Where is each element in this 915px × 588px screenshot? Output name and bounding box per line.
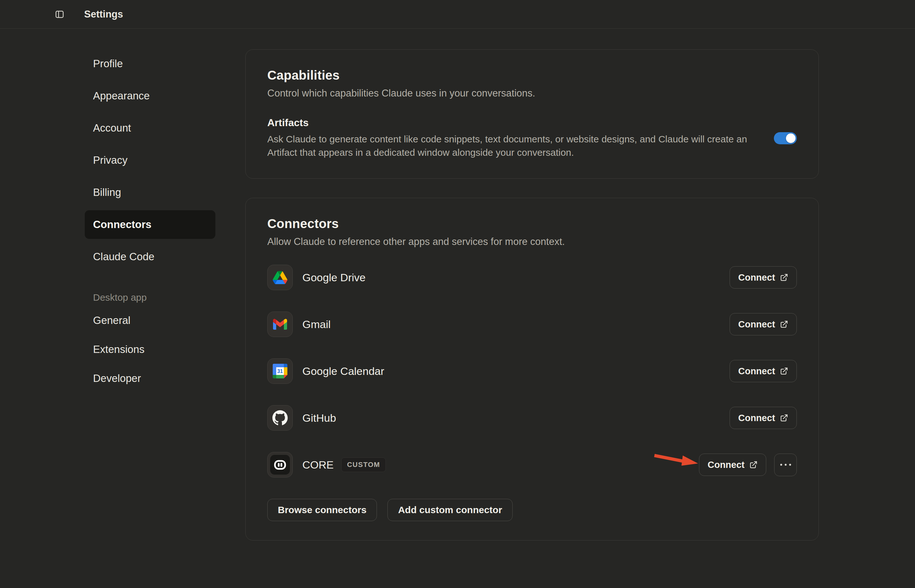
ellipsis-icon bbox=[780, 464, 782, 466]
connector-name: Google Calendar bbox=[302, 365, 384, 378]
sidebar-item-billing[interactable]: Billing bbox=[85, 178, 215, 207]
topbar: Settings bbox=[0, 0, 915, 29]
artifacts-setting-row: Artifacts Ask Claude to generate content… bbox=[267, 117, 797, 159]
external-link-icon bbox=[779, 273, 788, 282]
add-custom-connector-button[interactable]: Add custom connector bbox=[387, 499, 512, 521]
sidebar-item-profile[interactable]: Profile bbox=[85, 49, 215, 78]
connect-button-google-calendar[interactable]: Connect bbox=[729, 360, 797, 382]
connect-button-gmail[interactable]: Connect bbox=[729, 313, 797, 335]
connect-button-core[interactable]: Connect bbox=[699, 454, 766, 476]
sidebar-toggle-icon[interactable] bbox=[54, 10, 65, 19]
sidebar-item-claude-code[interactable]: Claude Code bbox=[85, 242, 215, 271]
capabilities-title: Capabilities bbox=[267, 68, 797, 82]
artifacts-text: Artifacts Ask Claude to generate content… bbox=[267, 117, 748, 159]
connect-label: Connect bbox=[738, 319, 775, 330]
svg-text:31: 31 bbox=[277, 368, 283, 374]
google-drive-icon bbox=[267, 265, 293, 290]
connectors-subtitle: Allow Claude to reference other apps and… bbox=[267, 236, 797, 247]
settings-sidebar: Profile Appearance Account Privacy Billi… bbox=[85, 29, 215, 395]
connectors-footer: Browse connectors Add custom connector bbox=[267, 499, 797, 521]
artifacts-description: Ask Claude to generate content like code… bbox=[267, 132, 748, 159]
artifacts-title: Artifacts bbox=[267, 117, 748, 129]
custom-badge: CUSTOM bbox=[341, 457, 386, 472]
google-calendar-icon: 31 bbox=[267, 359, 293, 384]
connect-button-google-drive[interactable]: Connect bbox=[729, 266, 797, 289]
connect-label: Connect bbox=[738, 272, 775, 283]
external-link-icon bbox=[779, 320, 788, 329]
connector-row-github: GitHub Connect bbox=[267, 405, 797, 431]
connector-row-google-drive: Google Drive Connect bbox=[267, 265, 797, 290]
sidebar-item-developer[interactable]: Developer bbox=[85, 366, 215, 391]
gmail-icon bbox=[267, 312, 293, 337]
page-title: Settings bbox=[84, 9, 123, 20]
sidebar-item-connectors[interactable]: Connectors bbox=[85, 210, 215, 239]
core-icon bbox=[267, 452, 293, 478]
connectors-card: Connectors Allow Claude to reference oth… bbox=[245, 198, 819, 541]
sidebar-item-appearance[interactable]: Appearance bbox=[85, 82, 215, 110]
external-link-icon bbox=[779, 414, 788, 422]
connectors-title: Connectors bbox=[267, 216, 797, 231]
github-icon bbox=[267, 405, 293, 431]
connector-name: CORE bbox=[302, 459, 333, 471]
connector-row-core: CORE CUSTOM Connect bbox=[267, 452, 797, 478]
connector-name: GitHub bbox=[302, 412, 336, 424]
toggle-knob bbox=[786, 134, 795, 143]
connect-button-github[interactable]: Connect bbox=[729, 407, 797, 429]
connector-row-gmail: Gmail Connect bbox=[267, 312, 797, 337]
sidebar-item-account[interactable]: Account bbox=[85, 114, 215, 142]
capabilities-subtitle: Control which capabilities Claude uses i… bbox=[267, 87, 797, 99]
settings-main: Capabilities Control which capabilities … bbox=[245, 29, 819, 541]
capabilities-card: Capabilities Control which capabilities … bbox=[245, 49, 819, 179]
core-icon-inner bbox=[270, 455, 290, 475]
external-link-icon bbox=[749, 460, 758, 469]
artifacts-toggle[interactable] bbox=[774, 132, 797, 144]
connectors-list: Google Drive Connect bbox=[267, 265, 797, 521]
connector-row-google-calendar: 31 Google Calendar Connect bbox=[267, 359, 797, 384]
connector-name: Gmail bbox=[302, 318, 331, 331]
connect-label: Connect bbox=[738, 366, 775, 376]
connector-name: Google Drive bbox=[302, 271, 365, 284]
sidebar-item-extensions[interactable]: Extensions bbox=[85, 337, 215, 362]
sidebar-section-desktop-app: Desktop app bbox=[85, 291, 215, 304]
sidebar-item-general[interactable]: General bbox=[85, 308, 215, 333]
core-more-options-button[interactable] bbox=[774, 454, 797, 476]
settings-page: Settings Profile Appearance Account Priv… bbox=[0, 0, 915, 588]
connect-label: Connect bbox=[738, 413, 775, 423]
browse-connectors-button[interactable]: Browse connectors bbox=[267, 499, 377, 521]
connect-label: Connect bbox=[708, 460, 745, 470]
external-link-icon bbox=[779, 367, 788, 376]
sidebar-item-privacy[interactable]: Privacy bbox=[85, 146, 215, 174]
